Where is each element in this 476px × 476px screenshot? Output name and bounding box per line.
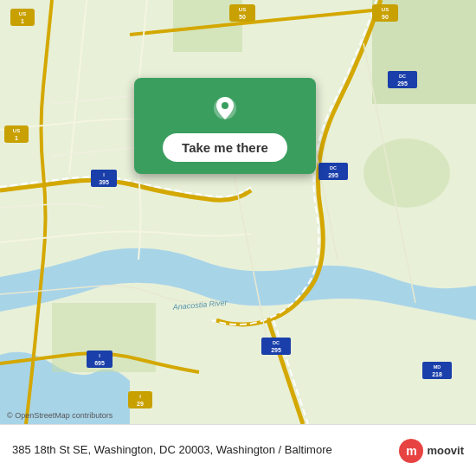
svg-text:DC: DC <box>399 74 406 79</box>
svg-text:218: 218 <box>432 371 442 377</box>
svg-text:© OpenStreetMap contributors: © OpenStreetMap contributors <box>7 411 113 420</box>
location-pin-icon <box>209 92 241 125</box>
svg-text:695: 695 <box>94 360 105 366</box>
svg-text:295: 295 <box>328 172 338 178</box>
svg-text:MD: MD <box>434 364 441 370</box>
moovit-icon: m <box>399 439 423 463</box>
moovit-label: moovit <box>427 444 464 457</box>
svg-text:1: 1 <box>21 18 24 24</box>
svg-text:US: US <box>382 7 389 12</box>
svg-text:90: 90 <box>382 14 389 20</box>
moovit-logo: m moovit <box>399 439 464 463</box>
map-container: US 1 US 50 US 90 US 1 I 395 DC 295 DC 29… <box>0 0 476 424</box>
take-me-there-button[interactable]: Take me there <box>163 133 287 162</box>
svg-text:295: 295 <box>397 80 408 87</box>
svg-text:US: US <box>13 128 20 133</box>
bottom-bar: 385 18th St SE, Washington, DC 20003, Wa… <box>0 424 476 476</box>
svg-text:US: US <box>19 11 26 16</box>
svg-text:395: 395 <box>99 179 109 185</box>
address-text: 385 18th St SE, Washington, DC 20003, Wa… <box>12 442 332 458</box>
location-card[interactable]: Take me there <box>134 78 316 174</box>
svg-point-3 <box>363 138 450 208</box>
svg-text:295: 295 <box>271 347 281 353</box>
svg-text:50: 50 <box>239 14 246 20</box>
svg-text:US: US <box>239 7 246 12</box>
svg-text:29: 29 <box>137 401 144 407</box>
svg-text:DC: DC <box>273 340 280 345</box>
svg-text:DC: DC <box>330 165 337 170</box>
svg-text:1: 1 <box>15 135 18 141</box>
svg-point-42 <box>222 102 228 109</box>
